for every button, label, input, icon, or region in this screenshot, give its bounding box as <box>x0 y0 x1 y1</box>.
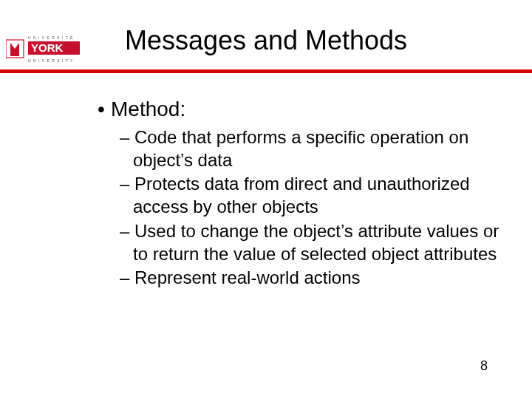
sub-bullet: – Code that performs a specific operatio… <box>120 126 511 171</box>
sub-bullet: – Protects data from direct and unauthor… <box>120 173 511 218</box>
svg-text:U N I V E R S I T Y: U N I V E R S I T Y <box>28 58 73 63</box>
bullet-level1-text: Method: <box>111 98 185 120</box>
dash-icon: – <box>120 127 129 147</box>
sub-bullet-text: Protects data from direct and unauthoriz… <box>133 174 470 216</box>
bullet-level1: •Method: <box>98 96 511 122</box>
dash-icon: – <box>120 174 129 194</box>
slide-body: •Method: – Code that performs a specific… <box>98 96 511 291</box>
sub-bullet-text: Used to change the object’s attribute va… <box>133 221 499 264</box>
slide: U N I V E R S I T É YORK U N I V E R S I… <box>0 0 532 399</box>
sub-bullets: – Code that performs a specific operatio… <box>120 126 511 290</box>
page-number: 8 <box>480 358 488 374</box>
dash-icon: – <box>120 267 129 287</box>
slide-title: Messages and Methods <box>0 25 532 56</box>
sub-bullet-text: Represent real-world actions <box>134 267 360 287</box>
sub-bullet: – Used to change the object’s attribute … <box>120 220 511 265</box>
sub-bullet: – Represent real-world actions <box>120 267 511 290</box>
dash-icon: – <box>120 221 129 241</box>
bullet-dot-icon: • <box>98 96 111 122</box>
title-underline <box>0 69 532 73</box>
sub-bullet-text: Code that performs a specific operation … <box>133 127 468 170</box>
